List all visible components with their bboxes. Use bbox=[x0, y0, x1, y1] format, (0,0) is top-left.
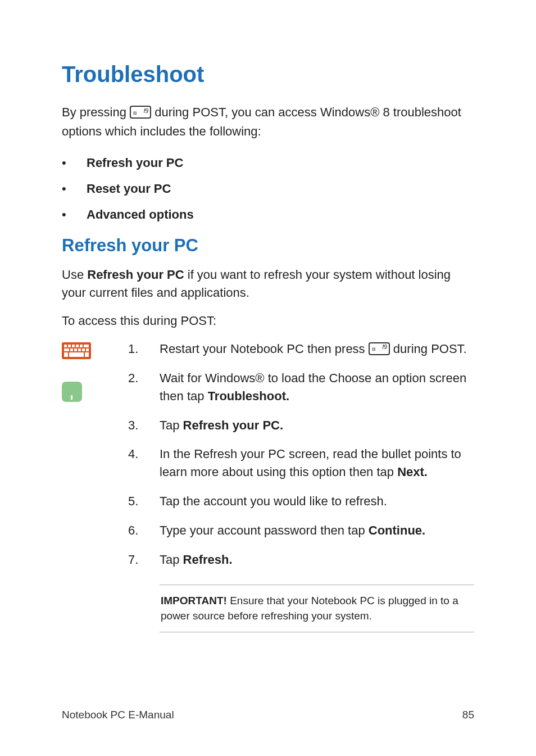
bullet-dot: • bbox=[62, 182, 87, 196]
bullet-label: Reset your PC bbox=[87, 182, 171, 196]
step-text-bold: Troubleshoot. bbox=[208, 389, 289, 403]
footer-title: Notebook PC E-Manual bbox=[62, 709, 174, 721]
page-footer: Notebook PC E-Manual 85 bbox=[62, 709, 474, 721]
step-number: 2. bbox=[128, 369, 160, 405]
svg-rect-3 bbox=[72, 345, 75, 347]
intro-paragraph: By pressing f9 ⧈ during POST, you can ac… bbox=[62, 103, 474, 141]
step-text-post: during POST. bbox=[393, 342, 467, 356]
svg-rect-9 bbox=[74, 348, 77, 351]
step-text-bold: Refresh your PC. bbox=[183, 418, 284, 432]
section-intro: Use Refresh your PC if you want to refre… bbox=[62, 266, 474, 302]
f9-key-icon: f9 ⧈ bbox=[130, 106, 151, 119]
section-heading: Refresh your PC bbox=[62, 236, 474, 256]
step-body: Tap Refresh your PC. bbox=[160, 417, 474, 434]
step-4: 4. In the Refresh your PC screen, read t… bbox=[128, 445, 474, 481]
svg-rect-12 bbox=[86, 348, 89, 351]
key-label: f9 bbox=[382, 343, 387, 352]
keyboard-icon bbox=[62, 342, 128, 359]
step-text-bold: Continue. bbox=[369, 523, 425, 537]
touch-icon bbox=[62, 382, 82, 402]
svg-rect-8 bbox=[70, 348, 73, 351]
section-intro-pre: Use bbox=[62, 268, 87, 282]
step-body: Tap Refresh. bbox=[160, 551, 474, 569]
step-body: Tap the account you would like to refres… bbox=[160, 492, 474, 510]
bullet-label: Refresh your PC bbox=[87, 156, 183, 170]
svg-rect-4 bbox=[76, 345, 79, 347]
bullet-dot: • bbox=[62, 207, 87, 222]
step-text-pre: Type your account password then tap bbox=[160, 523, 369, 537]
step-1: 1. Restart your Notebook PC then press f… bbox=[128, 340, 474, 358]
step-number: 6. bbox=[128, 522, 160, 540]
svg-rect-2 bbox=[68, 345, 71, 347]
step-body: Wait for Windows® to load the Choose an … bbox=[160, 369, 474, 405]
step-number: 7. bbox=[128, 551, 160, 569]
step-text-pre: Tap bbox=[160, 553, 183, 567]
svg-rect-5 bbox=[80, 345, 83, 347]
key-symbol: ⧈ bbox=[372, 345, 375, 354]
bullet-dot: • bbox=[62, 156, 87, 170]
svg-rect-1 bbox=[64, 345, 67, 347]
list-item: • Reset your PC bbox=[62, 182, 474, 196]
step-2: 2. Wait for Windows® to load the Choose … bbox=[128, 369, 474, 405]
svg-rect-11 bbox=[82, 348, 85, 351]
svg-rect-15 bbox=[85, 352, 89, 357]
key-label: f9 bbox=[144, 107, 148, 116]
svg-rect-7 bbox=[64, 348, 69, 351]
step-7: 7. Tap Refresh. bbox=[128, 551, 474, 569]
list-item: • Refresh your PC bbox=[62, 156, 474, 170]
step-number: 1. bbox=[128, 340, 160, 358]
section-intro-bold: Refresh your PC bbox=[87, 268, 184, 282]
list-item: • Advanced options bbox=[62, 207, 474, 222]
page-title: Troubleshoot bbox=[62, 62, 474, 87]
step-text-pre: Tap bbox=[160, 418, 183, 432]
svg-rect-13 bbox=[64, 352, 68, 357]
step-body: Restart your Notebook PC then press f9 ⧈… bbox=[160, 340, 474, 358]
bullet-label: Advanced options bbox=[87, 207, 194, 222]
key-symbol: ⧈ bbox=[133, 108, 137, 117]
important-label: IMPORTANT! bbox=[161, 595, 227, 606]
f9-key-icon: f9 ⧈ bbox=[369, 342, 390, 355]
page-number: 85 bbox=[462, 709, 474, 721]
step-6: 6. Type your account password then tap C… bbox=[128, 522, 474, 540]
important-note: IMPORTANT! Ensure that your Notebook PC … bbox=[160, 585, 474, 632]
section-subintro: To access this during POST: bbox=[62, 312, 474, 330]
step-number: 4. bbox=[128, 445, 160, 481]
step-3: 3. Tap Refresh your PC. bbox=[128, 417, 474, 434]
step-body: In the Refresh your PC screen, read the … bbox=[160, 445, 474, 481]
step-text-pre: Wait for Windows® to load the Choose an … bbox=[160, 371, 466, 403]
steps-block: 1. Restart your Notebook PC then press f… bbox=[62, 340, 474, 632]
intro-pre: By pressing bbox=[62, 105, 130, 119]
svg-rect-14 bbox=[69, 352, 84, 357]
page-content: Troubleshoot By pressing f9 ⧈ during POS… bbox=[0, 0, 536, 632]
step-number: 5. bbox=[128, 492, 160, 510]
svg-rect-10 bbox=[78, 348, 81, 351]
bullet-list: • Refresh your PC • Reset your PC • Adva… bbox=[62, 156, 474, 222]
icon-column bbox=[62, 340, 128, 632]
steps-column: 1. Restart your Notebook PC then press f… bbox=[128, 340, 474, 632]
step-number: 3. bbox=[128, 417, 160, 434]
step-text-pre: Restart your Notebook PC then press bbox=[160, 342, 369, 356]
svg-rect-6 bbox=[84, 345, 89, 347]
step-text-bold: Refresh. bbox=[183, 553, 233, 567]
step-5: 5. Tap the account you would like to ref… bbox=[128, 492, 474, 510]
step-text-bold: Next. bbox=[397, 465, 428, 479]
step-body: Type your account password then tap Cont… bbox=[160, 522, 474, 540]
